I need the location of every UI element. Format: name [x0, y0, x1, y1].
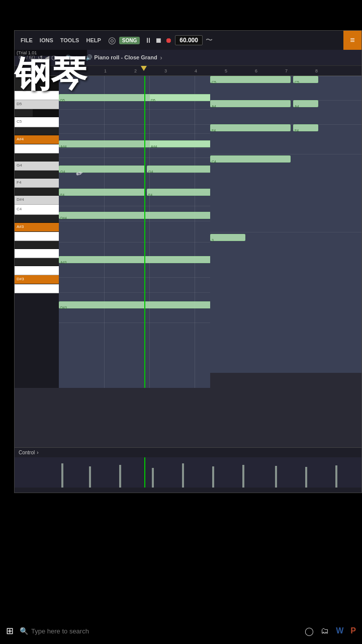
- piano-key-white-a3[interactable]: [15, 232, 59, 241]
- piano-key-white-f3[interactable]: [15, 266, 59, 275]
- grid-hr-5: [210, 232, 361, 232]
- ruler-tick-6: 6: [254, 68, 284, 73]
- piano-key-ds4[interactable]: D#4: [15, 196, 59, 205]
- piano-roll-label[interactable]: 🔊 Piano roll - Close Grand: [85, 54, 157, 61]
- ruler-left-pad: [15, 66, 59, 75]
- piano-key-white-g3[interactable]: [15, 249, 59, 258]
- note-label-3: 3: [211, 238, 214, 242]
- velocity-bar-7: [242, 465, 244, 488]
- piano-key-black-7[interactable]: [15, 215, 59, 223]
- piano-key-black-5[interactable]: [15, 171, 59, 179]
- tempo-display[interactable]: 60.000: [175, 35, 203, 45]
- note-c5-r2[interactable]: C5: [293, 76, 318, 83]
- pattern-icon[interactable]: ⬡: [51, 54, 56, 61]
- wave-icon: 〜: [206, 36, 213, 45]
- control-arrow[interactable]: ›: [37, 450, 38, 455]
- grid-hr-4: [210, 154, 361, 154]
- beat-icon[interactable]: ⏚: [75, 54, 78, 61]
- piano-key-white-a4[interactable]: [15, 144, 59, 153]
- ruler-tick-3: 3: [163, 68, 194, 73]
- note-grid-right[interactable]: C5 C5 A4 A4 F4 F4 C4: [210, 76, 361, 373]
- control-label: Control ›: [15, 448, 361, 457]
- note-c5-r1[interactable]: C5: [210, 76, 291, 83]
- note-grid-left[interactable]: D5 D5 A#4 A#4 G4 G4 F4: [59, 76, 210, 388]
- taskbar-word-icon[interactable]: W: [336, 626, 343, 635]
- note-label-ds3: D#3: [59, 306, 67, 309]
- note-f4-r2[interactable]: F4: [293, 124, 318, 131]
- note-f4-r1[interactable]: F4: [210, 124, 291, 131]
- piano-key-black-8[interactable]: [15, 241, 59, 249]
- note-a4-r1[interactable]: A4: [210, 100, 291, 107]
- note-label-f4-2: F4: [147, 193, 152, 197]
- grid-h-11: [59, 242, 210, 243]
- taskbar-search: 🔍: [20, 627, 299, 635]
- pause-button[interactable]: ⏸: [145, 36, 152, 44]
- piano-roll-arrow[interactable]: ›: [160, 54, 162, 61]
- note-as3[interactable]: A#3: [59, 256, 210, 263]
- key-label-as3: A#3: [17, 224, 24, 229]
- control-content[interactable]: [15, 457, 361, 488]
- piano-key-black-3[interactable]: [15, 127, 59, 135]
- velocity-bar-1: [61, 463, 63, 488]
- note-a4-r2[interactable]: A4: [293, 100, 318, 107]
- note-3[interactable]: 3: [210, 234, 245, 241]
- piano-key-c4[interactable]: C4: [15, 205, 59, 215]
- piano-key-white-1[interactable]: [15, 91, 59, 100]
- note-label-g4-2: G4: [147, 170, 153, 174]
- stop-button[interactable]: ⏹: [155, 36, 162, 44]
- note-ds3[interactable]: D#3: [59, 301, 210, 308]
- piano-key-as3[interactable]: A#3: [15, 223, 59, 232]
- piano-key-g4[interactable]: G4: [15, 162, 59, 171]
- velocity-bar-10: [335, 465, 337, 488]
- taskbar-file-explorer-icon[interactable]: 🗂: [321, 626, 329, 635]
- taskbar-search-icon: 🔍: [20, 627, 28, 635]
- taskbar-cortana-icon[interactable]: ◯: [305, 626, 314, 636]
- note-as4-2[interactable]: A#4: [149, 140, 210, 147]
- piano-key-black-6[interactable]: [15, 188, 59, 196]
- ruler-tick-1: 1: [103, 68, 133, 73]
- note-label-d5-2: D5: [150, 99, 155, 102]
- undo-icon[interactable]: ↺: [38, 54, 43, 61]
- menu-overlay-badge[interactable]: ≡: [343, 31, 361, 50]
- windows-start-button[interactable]: ⊞: [6, 625, 14, 636]
- zoom-icon[interactable]: 🔍: [65, 54, 73, 61]
- note-c4-r1[interactable]: C4: [210, 155, 291, 163]
- note-g4[interactable]: G4: [59, 166, 145, 173]
- velocity-bar-4: [152, 468, 154, 488]
- note-d5-2[interactable]: D5: [149, 94, 210, 101]
- note-f4[interactable]: F4: [59, 189, 145, 196]
- menu-tools[interactable]: TOOLS: [58, 36, 81, 44]
- piano-key-as4[interactable]: A#4: [15, 135, 59, 144]
- piano-key-d5[interactable]: D5: [15, 100, 59, 109]
- menu-help[interactable]: HELP: [84, 36, 103, 44]
- piano-key-f4[interactable]: F4: [15, 179, 59, 188]
- menu-file[interactable]: FILE: [19, 36, 35, 44]
- piano-roll-main: D5 C5 A#4 G4 F4: [15, 76, 361, 373]
- piano-key-c5[interactable]: C5: [15, 117, 59, 127]
- back-icon[interactable]: ◀: [45, 54, 49, 61]
- piano-key-white-c3[interactable]: [15, 284, 59, 293]
- record-button[interactable]: ⏺: [165, 36, 172, 44]
- piano-keyboard: D5 C5 A#4 G4 F4: [15, 76, 59, 388]
- loop-icon[interactable]: ↩: [58, 54, 63, 61]
- velocity-bar-5: [182, 463, 184, 488]
- taskbar-search-input[interactable]: [31, 627, 299, 635]
- taskbar-powerpoint-icon[interactable]: P: [350, 626, 356, 635]
- note-label-ds4: D#4: [59, 216, 67, 220]
- velocity-bar-9: [305, 467, 307, 488]
- grid-h-3: [59, 124, 210, 125]
- note-f4-2[interactable]: F4: [147, 189, 210, 196]
- note-g4-2[interactable]: G4: [147, 166, 210, 173]
- piano-key-black-9[interactable]: [15, 258, 59, 266]
- piano-key-black-2[interactable]: [15, 109, 59, 117]
- piano-key-black-4[interactable]: [15, 153, 59, 162]
- grid-h-14: [59, 292, 210, 293]
- ruler-tick-4: 4: [194, 68, 224, 73]
- piano-key-top-black[interactable]: [15, 76, 59, 91]
- song-badge[interactable]: SONG: [119, 37, 140, 44]
- note-ds4[interactable]: D#4: [59, 212, 210, 219]
- grid-v-1: [104, 76, 105, 388]
- piano-key-ds3[interactable]: D#3: [15, 275, 59, 284]
- menu-options[interactable]: IONS: [38, 36, 55, 44]
- velocity-bar-6: [212, 466, 214, 488]
